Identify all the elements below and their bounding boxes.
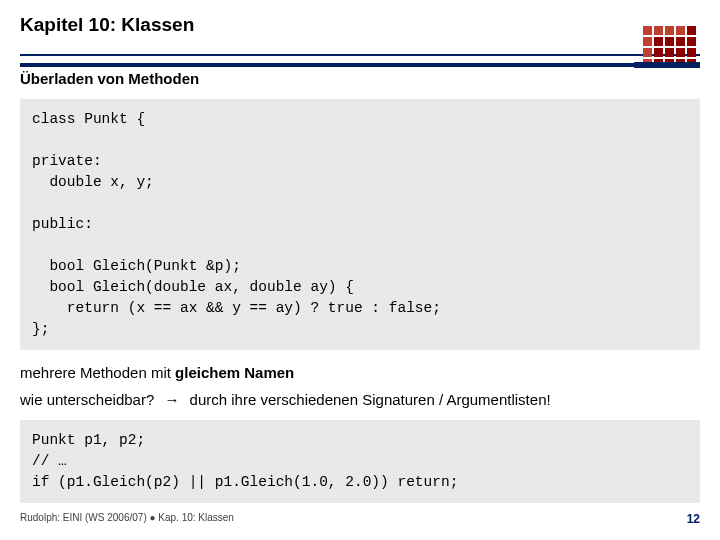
logo: [630, 26, 700, 68]
footer: Rudolph: EINI (WS 2006/07) ● Kap. 10: Kl…: [20, 512, 700, 526]
divider-thin: [20, 54, 700, 56]
code-block-2: Punkt p1, p2; // … if (p1.Gleich(p2) || …: [20, 420, 700, 503]
explain-line-1: mehrere Methoden mit gleichem Namen: [20, 364, 700, 381]
section-subtitle: Überladen von Methoden: [20, 70, 700, 87]
logo-bar: [634, 62, 700, 68]
divider-thick: [20, 63, 700, 67]
page-number: 12: [687, 512, 700, 526]
chapter-title: Kapitel 10: Klassen: [20, 14, 700, 40]
code-block-1: class Punkt { private: double x, y; publ…: [20, 99, 700, 350]
footer-text: Rudolph: EINI (WS 2006/07) ● Kap. 10: Kl…: [20, 512, 234, 526]
explain-line-2: wie unterscheidbar? → durch ihre verschi…: [20, 391, 700, 408]
arrow-right-icon: →: [164, 391, 179, 408]
